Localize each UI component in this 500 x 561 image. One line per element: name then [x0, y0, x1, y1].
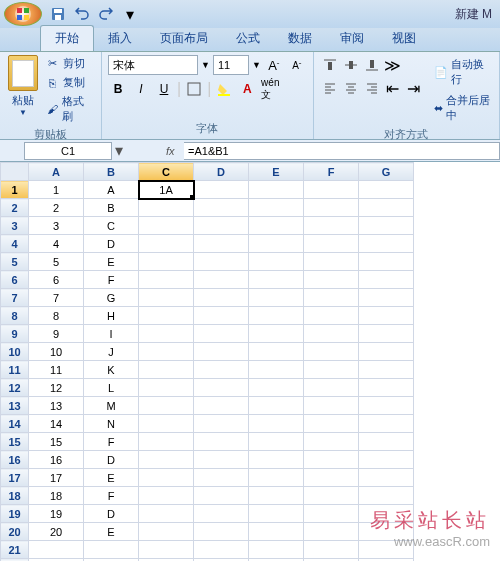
save-icon[interactable]	[48, 4, 68, 24]
cell[interactable]	[139, 271, 194, 289]
cell[interactable]: 10	[29, 343, 84, 361]
cell[interactable]	[139, 433, 194, 451]
cell[interactable]: 9	[29, 325, 84, 343]
cell[interactable]: 15	[29, 433, 84, 451]
cell[interactable]: 6	[29, 271, 84, 289]
cell[interactable]	[249, 325, 304, 343]
align-bottom-button[interactable]	[362, 55, 382, 75]
cell[interactable]	[249, 271, 304, 289]
cell[interactable]	[304, 181, 359, 199]
cell[interactable]	[84, 541, 139, 559]
office-button[interactable]	[4, 2, 42, 26]
cell[interactable]	[359, 217, 414, 235]
cell[interactable]	[194, 271, 249, 289]
tab-formulas[interactable]: 公式	[222, 26, 274, 51]
cell[interactable]: C	[84, 217, 139, 235]
cell[interactable]	[249, 289, 304, 307]
cell[interactable]	[194, 181, 249, 199]
cell[interactable]	[139, 415, 194, 433]
cell[interactable]	[304, 253, 359, 271]
name-box-dropdown[interactable]: ▾	[112, 141, 126, 160]
chevron-down-icon[interactable]: ▼	[201, 60, 210, 70]
row-header[interactable]: 11	[1, 361, 29, 379]
cell[interactable]	[359, 343, 414, 361]
cell[interactable]	[359, 487, 414, 505]
row-header[interactable]: 14	[1, 415, 29, 433]
cell[interactable]	[304, 523, 359, 541]
cell[interactable]	[359, 415, 414, 433]
cell[interactable]	[194, 397, 249, 415]
cell[interactable]	[304, 379, 359, 397]
row-header[interactable]: 16	[1, 451, 29, 469]
cell[interactable]	[194, 451, 249, 469]
cell[interactable]: 11	[29, 361, 84, 379]
cell[interactable]: 3	[29, 217, 84, 235]
cell[interactable]: E	[84, 523, 139, 541]
italic-button[interactable]: I	[131, 79, 151, 99]
bold-button[interactable]: B	[108, 79, 128, 99]
name-box[interactable]: C1	[24, 142, 112, 160]
format-painter-button[interactable]: 🖌格式刷	[44, 93, 95, 125]
row-header[interactable]: 18	[1, 487, 29, 505]
cell[interactable]	[359, 325, 414, 343]
spreadsheet-grid[interactable]: ABCDEFG11A1A22B33C44D55E66F77G88H99I1010…	[0, 162, 414, 561]
row-header[interactable]: 19	[1, 505, 29, 523]
cell[interactable]	[359, 505, 414, 523]
font-size-select[interactable]	[213, 55, 249, 75]
row-header[interactable]: 12	[1, 379, 29, 397]
column-header[interactable]: B	[84, 163, 139, 181]
cell[interactable]	[359, 469, 414, 487]
shrink-font-button[interactable]: Aˇ	[287, 55, 307, 75]
cell[interactable]	[359, 199, 414, 217]
align-middle-button[interactable]	[341, 55, 361, 75]
row-header[interactable]: 4	[1, 235, 29, 253]
cell[interactable]	[194, 523, 249, 541]
cell[interactable]	[249, 523, 304, 541]
cell[interactable]	[249, 217, 304, 235]
indent-decrease-button[interactable]: ⇤	[383, 78, 403, 98]
row-header[interactable]: 3	[1, 217, 29, 235]
column-header[interactable]: E	[249, 163, 304, 181]
row-header[interactable]: 2	[1, 199, 29, 217]
cell[interactable]	[194, 325, 249, 343]
cell[interactable]	[304, 361, 359, 379]
wrap-text-button[interactable]: 📄自动换行	[432, 55, 493, 89]
fx-icon[interactable]: fx	[166, 145, 184, 157]
border-button[interactable]	[184, 79, 204, 99]
merge-center-button[interactable]: ⬌合并后居中	[432, 91, 493, 125]
cell[interactable]	[194, 253, 249, 271]
cell[interactable]: D	[84, 505, 139, 523]
tab-view[interactable]: 视图	[378, 26, 430, 51]
align-center-button[interactable]	[341, 78, 361, 98]
row-header[interactable]: 5	[1, 253, 29, 271]
cell[interactable]: N	[84, 415, 139, 433]
cell[interactable]	[249, 235, 304, 253]
cell[interactable]: K	[84, 361, 139, 379]
cell[interactable]	[139, 253, 194, 271]
cell[interactable]	[304, 307, 359, 325]
cell[interactable]	[249, 307, 304, 325]
cell[interactable]	[139, 379, 194, 397]
cell[interactable]: I	[84, 325, 139, 343]
cell[interactable]	[194, 235, 249, 253]
cell[interactable]	[249, 541, 304, 559]
row-header[interactable]: 20	[1, 523, 29, 541]
row-header[interactable]: 8	[1, 307, 29, 325]
cell[interactable]	[359, 235, 414, 253]
cell[interactable]	[139, 451, 194, 469]
cell[interactable]: 5	[29, 253, 84, 271]
cell[interactable]	[139, 217, 194, 235]
cell[interactable]	[139, 307, 194, 325]
cell[interactable]	[304, 289, 359, 307]
cell[interactable]: 18	[29, 487, 84, 505]
column-header[interactable]: G	[359, 163, 414, 181]
cell[interactable]	[304, 469, 359, 487]
cell[interactable]: 1A	[139, 181, 194, 199]
cell[interactable]	[194, 469, 249, 487]
cell[interactable]: 19	[29, 505, 84, 523]
cell[interactable]	[249, 181, 304, 199]
cell[interactable]	[359, 433, 414, 451]
fill-color-button[interactable]	[214, 79, 234, 99]
cell[interactable]	[194, 505, 249, 523]
cell[interactable]	[359, 379, 414, 397]
